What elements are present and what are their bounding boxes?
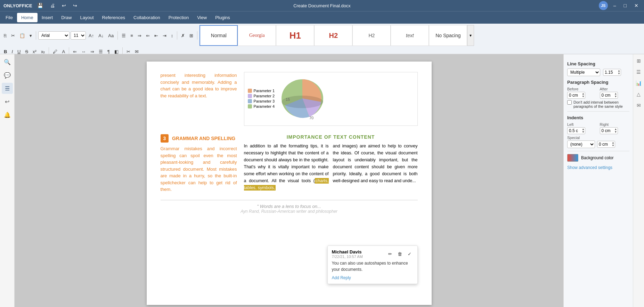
chart-svg-wrap: 15 70: [278, 76, 327, 122]
indents-title: Indents: [567, 115, 629, 120]
comment-delete-btn[interactable]: 🗑: [396, 250, 404, 258]
quote-block: " Words are a lens to focus on... Ayn Ra…: [161, 200, 418, 214]
window-maximize[interactable]: □: [622, 2, 629, 9]
paste-special-btn[interactable]: ▾: [28, 32, 34, 39]
indent-left-down[interactable]: ▼: [582, 131, 585, 134]
font-size-select[interactable]: 11 12 14: [71, 31, 86, 40]
legend-label-1: Parameter 1: [254, 89, 275, 93]
add-reply-btn[interactable]: Add Reply: [332, 275, 413, 280]
quote-text: " Words are a lens to focus on...: [161, 204, 418, 209]
cut-btn[interactable]: ✂: [9, 32, 17, 39]
comment-bubble: Michael Davis 7/22/21, 10:57 AM ✏ 🗑 ✓ Yo…: [327, 245, 418, 284]
save-btn[interactable]: 💾: [35, 2, 45, 9]
line-spacing-row: Multiple Single 1.5 lines Double ▲ ▼: [567, 68, 629, 76]
paste-btn[interactable]: 📋: [18, 32, 27, 39]
menu-draw[interactable]: Draw: [57, 13, 76, 22]
page-container: present interesting information concisel…: [15, 55, 563, 307]
bullet-list-btn[interactable]: ☰: [120, 32, 128, 39]
right-icon-5[interactable]: ✉: [634, 101, 643, 110]
increase-indent-btn[interactable]: ⇥: [161, 32, 168, 39]
para-spacing-title: Paragraph Spacing: [567, 80, 629, 85]
pie-label-70: 70: [309, 116, 313, 120]
list-outdent-btn[interactable]: ⇐: [144, 32, 152, 39]
para-spacing-labels: Before ▲ ▼ After ▲ ▼: [567, 87, 629, 99]
style-preset-normal[interactable]: Normal: [199, 25, 238, 46]
menu-file[interactable]: File: [1, 13, 17, 22]
menu-view[interactable]: View: [193, 13, 211, 22]
importance-content: In addition to all the formatting tips, …: [244, 143, 418, 191]
redo-btn[interactable]: ↪: [71, 2, 79, 9]
style-preset-h2[interactable]: H2: [314, 25, 352, 46]
line-spacing-btn[interactable]: ↕: [169, 32, 175, 39]
show-advanced-link[interactable]: Show advanced settings: [567, 165, 629, 170]
right-icon-3[interactable]: 📊: [634, 79, 643, 88]
right-icon-4[interactable]: △: [634, 90, 643, 99]
borders-btn[interactable]: ⊞: [188, 32, 195, 39]
indent-right-down[interactable]: ▼: [614, 131, 617, 134]
sidebar-sound-icon[interactable]: 🔔: [2, 109, 13, 120]
undo-btn[interactable]: ↩: [60, 2, 68, 9]
right-icon-1[interactable]: ⊞: [634, 56, 643, 65]
style-preset-georgia[interactable]: Georgia: [238, 25, 276, 46]
menu-collaboration[interactable]: Collaboration: [129, 13, 164, 22]
comment-edit-btn[interactable]: ✏: [386, 250, 394, 258]
style-preset-nospacing[interactable]: No Spacing: [429, 25, 467, 46]
print-btn[interactable]: 🖨: [48, 2, 57, 9]
style-preset-h1[interactable]: H1: [276, 25, 314, 46]
font-size-shrink[interactable]: A↓: [97, 32, 105, 39]
comment-check-btn[interactable]: ✓: [406, 250, 413, 258]
line-spacing-down[interactable]: ▼: [618, 72, 620, 75]
numbered-list-btn[interactable]: ≡: [129, 32, 135, 39]
menu-home[interactable]: Home: [17, 13, 38, 22]
menu-references[interactable]: References: [98, 13, 129, 22]
user-avatar[interactable]: JS: [599, 1, 608, 10]
menu-protection[interactable]: Protection: [164, 13, 193, 22]
special-down[interactable]: ▼: [612, 144, 614, 147]
after-label: After ▲ ▼: [600, 87, 630, 99]
style-presets-dropdown[interactable]: ▾: [467, 25, 474, 46]
preset-normal-label: Normal: [211, 33, 227, 38]
chart-legend: Parameter 1 Parameter 2 Parameter 3: [248, 89, 275, 110]
decrease-indent-btn[interactable]: ⇤: [153, 32, 160, 39]
menu-insert[interactable]: Insert: [38, 13, 57, 22]
before-label-text: Before: [567, 87, 597, 91]
sidebar-comment-icon[interactable]: 💬: [2, 70, 13, 81]
special-select[interactable]: (none) First line Hanging: [567, 140, 595, 148]
sidebar-search-icon[interactable]: 🔍: [2, 56, 13, 67]
after-down[interactable]: ▼: [614, 95, 617, 98]
comment-actions: ✏ 🗑 ✓: [386, 250, 413, 258]
importance-body-right: and images) are aimed to help to convey …: [333, 143, 418, 191]
style-preset-text[interactable]: H2: [352, 25, 391, 46]
bg-color-swatch[interactable]: [567, 154, 578, 162]
title-bar-left: ONLYOFFICE 💾 🖨 ↩ ↪: [3, 2, 79, 9]
font-size-grow[interactable]: A↑: [87, 32, 96, 39]
menu-layout[interactable]: Layout: [76, 13, 98, 22]
legend-label-4: Parameter 4: [254, 104, 275, 108]
chart-inner: Parameter 1 Parameter 2 Parameter 3: [248, 76, 414, 122]
change-case-btn[interactable]: Aa: [106, 32, 115, 39]
legend-color-4: [248, 104, 252, 108]
legend-item-4: Parameter 4: [248, 104, 275, 108]
copy-btn[interactable]: ⎘: [2, 32, 8, 39]
sidebar-para-icon[interactable]: ☰: [2, 83, 13, 94]
legend-color-1: [248, 89, 252, 93]
dont-add-interval-checkbox[interactable]: [567, 100, 572, 105]
right-icon-2[interactable]: ☰: [634, 67, 643, 76]
document-page: present interesting information concisel…: [147, 62, 432, 305]
before-down[interactable]: ▼: [582, 95, 585, 98]
window-minimize[interactable]: –: [611, 2, 618, 9]
sidebar-track-icon[interactable]: ↩: [2, 96, 13, 107]
menu-plugins[interactable]: Plugins: [211, 13, 234, 22]
pie-chart: 15 70: [278, 76, 327, 121]
style-preset-Text[interactable]: text: [391, 25, 429, 46]
sep2: [117, 31, 118, 40]
document-title: Create Document Final.docx: [293, 3, 351, 8]
window-close[interactable]: ✕: [632, 2, 641, 9]
font-name-select[interactable]: Arial Georgia: [38, 31, 70, 40]
pie-label-15: 15: [286, 97, 290, 102]
line-spacing-type-select[interactable]: Multiple Single 1.5 lines Double: [567, 68, 600, 76]
bg-color-row: Background color: [567, 154, 629, 162]
clear-format-btn[interactable]: ✗: [179, 32, 187, 39]
list-indent-btn[interactable]: ⇒: [136, 32, 143, 39]
right-panel: Line Spacing Multiple Single 1.5 lines D…: [563, 54, 633, 307]
